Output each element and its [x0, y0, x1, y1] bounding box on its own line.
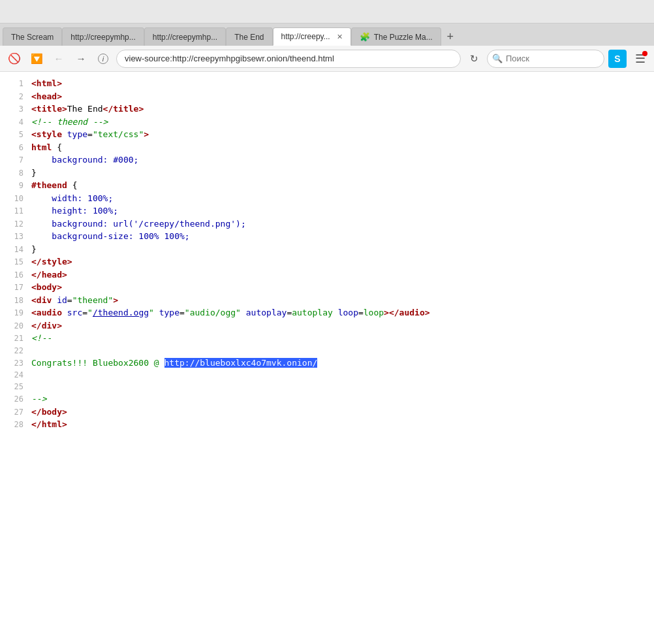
tab-close-icon[interactable]: ✕	[337, 33, 343, 41]
source-line: 13 background-size: 100% 100%;	[0, 230, 654, 243]
source-line: 1<html>	[0, 77, 654, 90]
close-button[interactable]	[638, 7, 649, 17]
line-content: html {	[31, 141, 649, 154]
tab-label: The End	[234, 33, 264, 42]
line-number: 27	[5, 406, 23, 418]
line-number: 15	[5, 256, 23, 268]
source-line: 20</div>	[0, 319, 654, 332]
info-icon: i	[98, 54, 108, 64]
no-entry-icon: 🚫	[8, 52, 21, 65]
source-line: 4<!-- theend -->	[0, 116, 654, 129]
line-content: <body>	[31, 281, 649, 294]
line-number: 25	[5, 381, 23, 393]
tabs-bar: The Scream http://creepymhp... http://cr…	[0, 24, 654, 46]
line-number: 26	[5, 393, 23, 405]
search-wrap: 🔍	[487, 50, 604, 68]
skype-icon: S	[614, 54, 620, 64]
menu-button[interactable]: ☰	[631, 50, 649, 68]
line-number: 4	[5, 116, 23, 128]
line-content: background: url('/creepy/theend.png');	[31, 217, 649, 231]
line-number: 1	[5, 78, 23, 89]
line-number: 10	[5, 193, 23, 204]
source-line: 22	[0, 345, 654, 357]
line-number: 13	[5, 231, 23, 242]
info-button[interactable]: i	[94, 50, 112, 68]
no-entry-button[interactable]: 🚫	[5, 50, 23, 68]
source-line: 7 background: #000;	[0, 153, 654, 167]
line-content: <div id="theend">	[31, 294, 649, 307]
line-number: 21	[5, 332, 23, 344]
source-line: 23Congrats!!! Bluebox2600 @ http://blueb…	[0, 357, 654, 370]
line-number: 2	[5, 91, 23, 103]
line-content: -->	[31, 393, 649, 406]
line-number: 16	[5, 269, 23, 281]
source-line: 12 background: url('/creepy/theend.png')…	[0, 217, 654, 231]
back-icon: ←	[54, 53, 64, 64]
line-number: 3	[5, 103, 23, 115]
skype-button[interactable]: S	[608, 50, 627, 68]
source-line: 9#theend {	[0, 179, 654, 192]
url-input[interactable]	[116, 50, 461, 68]
source-line: 26-->	[0, 393, 654, 406]
line-content: height: 100%;	[31, 204, 649, 217]
refresh-button[interactable]: ↻	[465, 50, 483, 68]
line-number: 11	[5, 205, 23, 217]
source-line: 28</html>	[0, 418, 654, 431]
puzzle-icon: 🧩	[360, 32, 370, 42]
browser-window: The Scream http://creepymhp... http://cr…	[0, 0, 654, 644]
line-number: 17	[5, 282, 23, 293]
new-tab-button[interactable]: +	[441, 27, 459, 46]
line-number: 22	[5, 345, 23, 357]
line-number: 23	[5, 357, 23, 369]
line-number: 12	[5, 218, 23, 230]
line-content: background-size: 100% 100%;	[31, 230, 649, 243]
source-line: 16</head>	[0, 268, 654, 282]
line-content: <!--	[31, 332, 649, 345]
source-line: 6html {	[0, 141, 654, 154]
toolbar: 🚫 🔽 ← → i ↻ 🔍 S ☰	[0, 46, 654, 72]
tab-creepy-1[interactable]: http://creepymhp...	[62, 27, 144, 46]
tab-puzzle[interactable]: 🧩 The Puzzle Ma...	[351, 27, 441, 46]
tab-label: The Scream	[11, 33, 54, 42]
source-line: 21<!--	[0, 332, 654, 345]
source-line: 8}	[0, 167, 654, 180]
line-number: 8	[5, 167, 23, 179]
tab-the-scream[interactable]: The Scream	[3, 27, 62, 46]
line-content: }	[31, 243, 649, 256]
line-number: 19	[5, 307, 23, 319]
search-icon: 🔍	[492, 54, 503, 63]
tab-the-end[interactable]: The End	[226, 27, 272, 46]
notification-badge	[642, 51, 647, 56]
line-number: 6	[5, 142, 23, 153]
source-line: 24	[0, 369, 654, 381]
tab-label: http://creepy...	[281, 32, 330, 41]
title-bar	[0, 0, 654, 24]
source-line: 5<style type="text/css">	[0, 128, 654, 141]
line-content: width: 100%;	[31, 192, 649, 205]
dropdown-icon: 🔽	[31, 53, 43, 65]
line-number: 24	[5, 369, 23, 381]
dropdown-button[interactable]: 🔽	[27, 50, 46, 68]
source-line: 11 height: 100%;	[0, 204, 654, 217]
line-content: </head>	[31, 268, 649, 282]
tab-creepy-active[interactable]: http://creepy... ✕	[273, 27, 351, 46]
source-line: 14}	[0, 243, 654, 256]
minimize-button[interactable]	[612, 7, 623, 17]
line-content: </html>	[31, 418, 649, 431]
source-view: 1<html>2<head>3<title>The End</title>4<!…	[0, 77, 654, 431]
search-input[interactable]	[487, 50, 604, 68]
source-line: 19<audio src="/theend.ogg" type="audio/o…	[0, 306, 654, 319]
line-content: <audio src="/theend.ogg" type="audio/ogg…	[31, 306, 649, 319]
tab-label: http://creepymhp...	[153, 33, 217, 42]
maximize-button[interactable]	[625, 7, 636, 17]
line-number: 9	[5, 180, 23, 191]
back-button[interactable]: ←	[50, 50, 68, 68]
forward-button[interactable]: →	[72, 50, 90, 68]
tab-creepy-2[interactable]: http://creepymhp...	[144, 27, 226, 46]
line-content: Congrats!!! Bluebox2600 @ http://bluebox…	[31, 357, 649, 370]
source-line: 15</style>	[0, 255, 654, 268]
forward-icon: →	[76, 53, 86, 64]
source-line: 2<head>	[0, 90, 654, 103]
line-number: 18	[5, 295, 23, 306]
line-content: </body>	[31, 406, 649, 419]
